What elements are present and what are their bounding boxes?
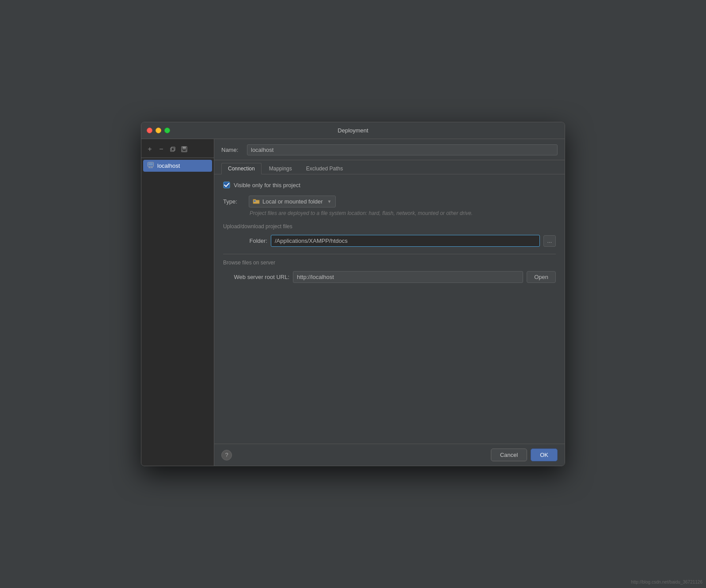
footer: ? Cancel OK <box>214 444 565 466</box>
tab-bar: Connection Mappings Excluded Paths <box>214 160 565 174</box>
remove-server-button[interactable]: − <box>156 144 166 154</box>
content-area: Visible only for this project Type: <box>214 174 565 444</box>
sidebar-item-label: localhost <box>157 162 180 169</box>
traffic-lights <box>147 128 170 133</box>
type-row: Type: Local or mounted folder ▼ <box>223 196 556 207</box>
url-row: Web server root URL: Open <box>223 271 556 283</box>
close-button[interactable] <box>147 128 152 133</box>
maximize-button[interactable] <box>164 128 170 133</box>
add-server-button[interactable]: + <box>145 144 155 154</box>
svg-rect-1 <box>171 147 175 151</box>
type-description: Project files are deployed to a file sys… <box>250 210 556 216</box>
url-label: Web server root URL: <box>232 274 289 280</box>
browse-section-title: Browse files on server <box>223 260 556 266</box>
sidebar-item-localhost[interactable]: localhost <box>143 160 212 172</box>
footer-actions: Cancel OK <box>491 449 558 461</box>
title-bar: Deployment <box>141 122 565 139</box>
visible-project-label: Visible only for this project <box>234 182 300 188</box>
window-body: + − <box>141 139 565 466</box>
tab-mappings[interactable]: Mappings <box>262 163 299 174</box>
sidebar-toolbar: + − <box>141 143 214 158</box>
visible-project-row: Visible only for this project <box>223 181 556 188</box>
type-value: Local or mounted folder <box>262 198 323 205</box>
tab-excluded-paths[interactable]: Excluded Paths <box>300 163 349 174</box>
open-button[interactable]: Open <box>527 271 556 283</box>
section-divider <box>223 254 556 254</box>
type-dropdown[interactable]: Local or mounted folder ▼ <box>249 196 336 207</box>
cancel-button[interactable]: Cancel <box>491 449 527 461</box>
name-label: Name: <box>221 147 243 153</box>
folder-label: Folder: <box>232 237 267 244</box>
help-button[interactable]: ? <box>221 450 232 460</box>
server-icon <box>148 162 155 170</box>
tab-connection[interactable]: Connection <box>221 163 262 174</box>
minimize-button[interactable] <box>156 128 161 133</box>
svg-rect-6 <box>148 163 153 166</box>
svg-rect-3 <box>182 147 186 149</box>
main-content: Name: Connection Mappings Excluded Paths <box>214 139 565 466</box>
folder-row: Folder: ... <box>223 235 556 247</box>
browse-folder-button[interactable]: ... <box>543 235 556 247</box>
dropdown-arrow-icon: ▼ <box>327 199 332 204</box>
checkbox-checked-icon[interactable] <box>223 181 230 188</box>
svg-rect-0 <box>171 148 174 151</box>
name-row: Name: <box>214 139 565 160</box>
svg-rect-4 <box>182 150 186 151</box>
deployment-window: Deployment + − <box>141 122 565 466</box>
folder-input[interactable] <box>271 235 540 247</box>
url-input[interactable] <box>293 271 523 283</box>
upload-section-title: Upload/download project files <box>223 223 556 230</box>
type-label: Type: <box>223 198 245 205</box>
sidebar: + − <box>141 139 214 466</box>
window-title: Deployment <box>338 127 368 134</box>
ok-button[interactable]: OK <box>531 449 558 461</box>
copy-server-button[interactable] <box>168 144 178 154</box>
save-server-button[interactable] <box>179 144 189 154</box>
local-folder-icon <box>253 198 260 205</box>
watermark: http://blog.csdn.net/baidu_36721126 <box>631 580 702 584</box>
name-input[interactable] <box>247 144 558 155</box>
